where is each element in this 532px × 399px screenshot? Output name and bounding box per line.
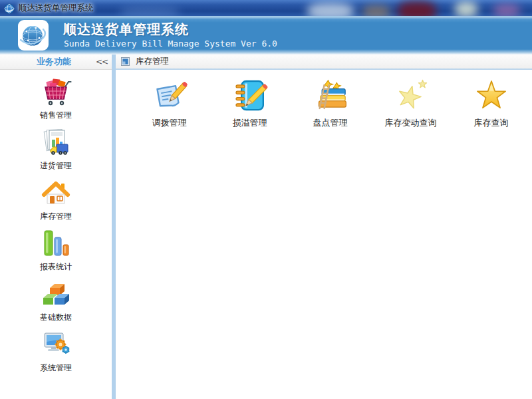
tab-label: 库存管理 (136, 56, 169, 67)
feature-item-stock-query[interactable]: 库存查询 (451, 76, 531, 129)
sidebar: 业务功能 << 销售管理 (0, 55, 112, 399)
feature-item-label: 损溢管理 (233, 117, 267, 129)
sidebar-item-basic-data[interactable]: 基础数据 (16, 277, 96, 327)
app-title: 顺达送货单管理系统 (63, 21, 189, 39)
sidebar-title: 业务功能 (0, 56, 96, 68)
sidebar-item-system-management[interactable]: 系统管理 (16, 327, 96, 378)
monitor-gears-icon (39, 327, 73, 362)
sidebar-item-purchase-management[interactable]: 进货管理 (16, 125, 96, 176)
feature-item-label: 库存变动查询 (385, 117, 437, 129)
feature-item-label: 盘点管理 (313, 117, 348, 129)
sidebar-item-sales-management[interactable]: 销售管理 (16, 74, 96, 125)
gold-star-icon (472, 76, 511, 114)
sidebar-item-report-statistics[interactable]: 报表统计 (16, 226, 96, 277)
window-title: 顺达送货单管理系统 (19, 3, 94, 14)
tab-inventory-management[interactable]: 库存管理 (116, 55, 169, 68)
feature-item-transfer-management[interactable]: 调拨管理 (129, 76, 209, 129)
feature-item-stock-change-query[interactable]: 库存变动查询 (370, 76, 451, 129)
sidebar-item-label: 基础数据 (40, 312, 72, 323)
sidebar-item-label: 报表统计 (40, 261, 72, 273)
color-blocks-icon (39, 277, 73, 311)
notebook-pencil-icon (231, 76, 269, 114)
sidebar-items: 销售管理 进货管理 (0, 70, 112, 378)
sidebar-item-label: 销售管理 (40, 110, 72, 121)
window-globe-icon[interactable] (4, 3, 15, 14)
app-subtitle: Sunda Delivery Bill Manage System Ver 6.… (64, 39, 277, 49)
feature-item-label: 调拨管理 (152, 117, 187, 129)
books-ladder-icon (311, 76, 350, 114)
feature-item-loss-overflow-management[interactable]: 损溢管理 (209, 76, 290, 129)
sidebar-item-label: 系统管理 (40, 362, 72, 374)
main-area: 库存管理 调拨管理 (116, 55, 532, 399)
documents-truck-icon (39, 125, 73, 160)
sidebar-item-label: 进货管理 (40, 160, 72, 172)
app-logo-globe-icon (17, 19, 49, 51)
app-header: 顺达送货单管理系统 Sunda Delivery Bill Manage Sys… (0, 17, 532, 55)
sparkle-stars-icon (392, 76, 430, 114)
form-icon (121, 57, 130, 66)
window-titlebar[interactable]: 顺达送货单管理系统 (0, 0, 532, 17)
note-pencil-icon (150, 76, 189, 114)
sidebar-item-label: 库存管理 (40, 211, 72, 222)
feature-row: 调拨管理 (129, 76, 531, 129)
main-tabbar: 库存管理 (116, 55, 532, 70)
sidebar-item-inventory-management[interactable]: 库存管理 (16, 176, 96, 226)
sidebar-collapse-button[interactable]: << (96, 57, 112, 66)
sidebar-header: 业务功能 << (0, 55, 112, 70)
house-icon (39, 176, 73, 210)
shopping-cart-icon (39, 74, 73, 109)
feature-item-stocktaking-management[interactable]: 盘点管理 (290, 76, 370, 129)
feature-item-label: 库存查询 (474, 117, 509, 129)
bar-chart-icon (39, 226, 73, 261)
